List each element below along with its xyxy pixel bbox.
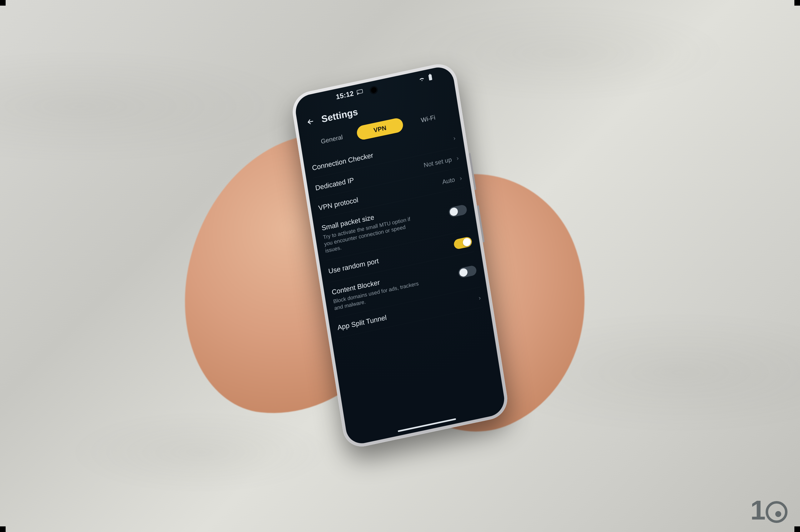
svg-rect-0: [357, 89, 363, 94]
battery-icon: [428, 73, 433, 81]
setting-value: Auto: [441, 176, 455, 186]
chevron-right-icon: ›: [453, 134, 456, 142]
svg-rect-2: [429, 74, 433, 80]
watermark-ring-icon: [766, 501, 787, 523]
tab-wifi[interactable]: Wi-Fi: [403, 107, 453, 131]
setting-label: Use random port: [328, 257, 379, 276]
tab-vpn-pill: VPN: [356, 117, 404, 141]
chevron-right-icon: ›: [456, 154, 459, 162]
tab-general[interactable]: General: [307, 127, 357, 151]
toggle-small-packet-size[interactable]: [448, 204, 468, 218]
page-title: Settings: [321, 107, 359, 125]
setting-label: Dedicated IP: [315, 176, 354, 192]
settings-list: Connection Checker›Dedicated IPNot set u…: [310, 128, 483, 338]
setting-label: VPN protocol: [318, 196, 359, 212]
chevron-right-icon: ›: [478, 294, 481, 302]
chevron-right-icon: ›: [459, 174, 462, 182]
setting-value: Not set up: [423, 156, 452, 169]
toggle-content-blocker[interactable]: [458, 265, 477, 279]
wifi-icon: [418, 76, 425, 82]
status-time: 15:12: [335, 89, 354, 101]
watermark-logo: 1: [750, 496, 787, 524]
toggle-use-random-port[interactable]: [453, 236, 473, 250]
back-button[interactable]: [304, 114, 317, 129]
setting-label: App Split Tunnel: [337, 314, 387, 332]
watermark-digit: 1: [750, 496, 764, 524]
cast-icon: [356, 89, 363, 95]
